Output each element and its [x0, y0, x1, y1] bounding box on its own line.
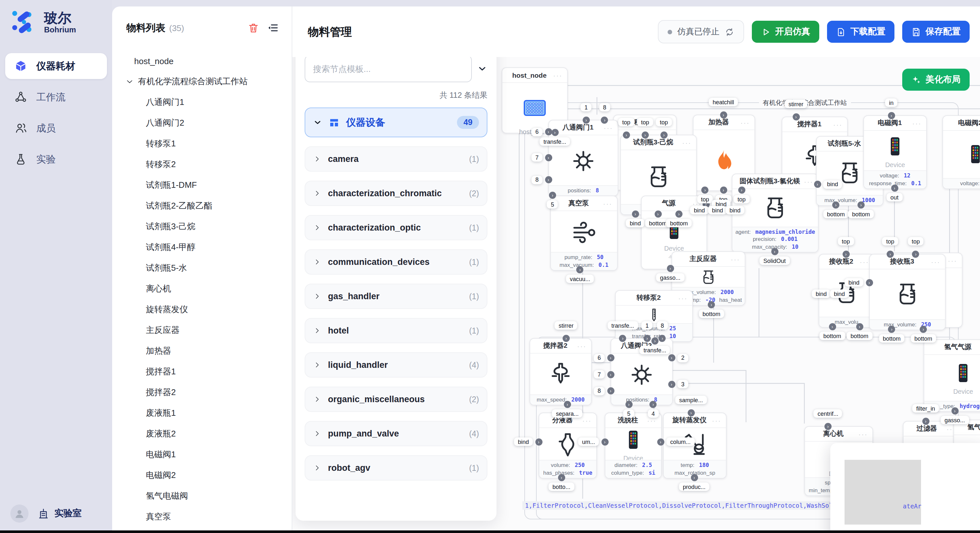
canvas-node[interactable]: 八通阀门1···positions: 8 — [548, 120, 618, 196]
port-label[interactable]: 5 — [547, 200, 558, 209]
port-label[interactable]: heatchill — [709, 98, 738, 106]
port-dot[interactable]: › — [888, 112, 895, 119]
port-label[interactable]: 8 — [594, 387, 605, 395]
tree-item[interactable]: 电磁阀2 — [112, 465, 292, 486]
tree-item[interactable]: 旋转蒸发仪 — [112, 299, 292, 320]
port-label[interactable]: bottom — [823, 210, 849, 218]
tree-item[interactable]: 搅拌器1 — [112, 362, 292, 382]
tree-item[interactable]: 试剂瓶4-甲醇 — [112, 237, 292, 258]
port-dot[interactable]: › — [891, 184, 898, 191]
port-label[interactable]: out — [886, 193, 902, 201]
category-row-organic_miscellaneous[interactable]: organic_miscellaneous(2) — [305, 387, 487, 412]
node-menu[interactable]: ··· — [804, 178, 813, 185]
port-dot[interactable]: › — [657, 438, 664, 445]
node-menu[interactable]: ··· — [647, 417, 657, 424]
port-dot[interactable]: › — [858, 201, 865, 208]
refresh-icon[interactable] — [725, 27, 734, 36]
canvas-node[interactable]: 真空泵···pump_rate: 50max_vacuum: 0.1 — [550, 195, 618, 271]
port-label[interactable]: bind — [845, 278, 863, 287]
port-label[interactable]: bind — [830, 289, 849, 298]
port-label[interactable]: bottom — [879, 334, 905, 343]
port-label[interactable]: 1 — [581, 103, 592, 111]
port-dot[interactable]: › — [660, 131, 668, 138]
port-label[interactable]: in — [885, 98, 897, 107]
node-menu[interactable]: ··· — [678, 294, 688, 301]
port-label[interactable]: bind — [690, 206, 709, 214]
tree-item[interactable]: 搅拌器2 — [112, 382, 292, 403]
port-label[interactable]: bottom — [846, 332, 872, 340]
category-row-characterization_optic[interactable]: characterization_optic(1) — [305, 215, 487, 240]
port-label[interactable]: top — [882, 237, 898, 246]
tree-item[interactable]: 废液瓶1 — [112, 403, 292, 424]
port-label[interactable]: bind — [514, 438, 533, 446]
port-label[interactable]: filter_in — [912, 404, 939, 412]
port-dot[interactable]: › — [887, 250, 894, 257]
port-dot[interactable]: › — [623, 131, 630, 138]
canvas-node[interactable]: 转移泵2···max_volume: 25transfer_rate: 10 — [615, 290, 693, 342]
port-label[interactable]: bottom — [848, 210, 874, 218]
port-dot[interactable]: › — [545, 154, 552, 161]
node-menu[interactable]: ··· — [912, 119, 922, 127]
port-label[interactable]: gasso... — [940, 416, 969, 424]
sidebar-item-workflow[interactable]: 工作流 — [5, 84, 107, 110]
canvas-node[interactable]: 洗脱柱···Devicediameter: 2.5column_type: si — [605, 412, 662, 479]
port-label[interactable]: bind — [708, 206, 727, 214]
port-dot[interactable]: › — [920, 325, 927, 333]
tree-root-node[interactable]: host_node — [112, 51, 292, 71]
tree-item[interactable]: 离心机 — [112, 279, 292, 299]
port-dot[interactable]: › — [720, 111, 727, 118]
canvas-node[interactable]: 接收瓶3···max_volume: 250 — [869, 254, 946, 330]
port-label[interactable]: transfe... — [640, 346, 670, 354]
port-dot[interactable]: › — [771, 248, 778, 255]
canvas-node[interactable]: 氢气气源···Device_type: hydrogen — [924, 339, 980, 412]
port-label[interactable]: 2 — [677, 354, 688, 362]
category-row-camera[interactable]: camera(1) — [305, 146, 487, 171]
port-dot[interactable]: › — [563, 335, 570, 342]
port-label[interactable]: 1 — [642, 321, 653, 330]
canvas-node[interactable]: 电磁阀2···voltage: 12 — [942, 115, 980, 189]
tree-item[interactable]: 八通阀门1 — [112, 92, 292, 113]
sidebar-item-experiments[interactable]: 实验 — [5, 146, 107, 172]
tree-item[interactable]: 试剂瓶5-水 — [112, 258, 292, 279]
chevron-down-icon[interactable] — [125, 77, 134, 86]
port-dot[interactable]: › — [738, 186, 745, 194]
port-label[interactable]: sample... — [675, 396, 707, 404]
avatar[interactable] — [10, 504, 29, 523]
port-dot[interactable]: › — [690, 474, 698, 481]
tree-item[interactable]: 试剂瓶1-DMF — [112, 175, 292, 195]
port-dot[interactable]: › — [545, 128, 552, 135]
node-menu[interactable]: ··· — [553, 71, 563, 79]
port-label[interactable]: transfe... — [539, 137, 570, 146]
category-group-instruments[interactable]: 仪器设备 49 — [305, 108, 487, 137]
category-row-communication_devices[interactable]: communication_devices(1) — [305, 249, 487, 274]
port-label[interactable]: top — [656, 118, 672, 126]
download-config-button[interactable]: 下载配置 — [827, 21, 894, 43]
port-label[interactable]: centrif... — [814, 409, 842, 418]
port-label[interactable]: top — [838, 237, 854, 246]
beautify-layout-button[interactable]: 美化布局 — [902, 69, 970, 90]
category-row-characterization_chromatic[interactable]: characterization_chromatic(2) — [305, 181, 487, 206]
tree-item[interactable]: 八通阀门2 — [112, 113, 292, 133]
port-label[interactable]: 4 — [648, 409, 659, 418]
port-label[interactable]: bottom — [911, 334, 936, 343]
node-menu[interactable]: ··· — [603, 200, 612, 207]
tree-item[interactable]: 氢气电磁阀 — [112, 486, 292, 506]
tree-item[interactable]: 废液瓶2 — [112, 424, 292, 444]
port-label[interactable]: um... — [578, 438, 599, 446]
port-label[interactable]: SolidOut — [759, 257, 789, 265]
save-config-button[interactable]: 保存配置 — [902, 21, 970, 43]
category-row-gas_handler[interactable]: gas_handler(1) — [305, 284, 487, 309]
port-label[interactable]: colum... — [666, 438, 695, 446]
port-label[interactable]: produc... — [679, 482, 710, 491]
port-dot[interactable]: › — [951, 407, 958, 414]
port-label[interactable]: top — [908, 237, 924, 246]
port-dot[interactable]: › — [865, 279, 873, 286]
port-dot[interactable]: › — [558, 474, 565, 481]
node-menu[interactable]: ··· — [577, 342, 587, 349]
node-menu[interactable]: ··· — [860, 258, 869, 265]
category-row-hotel[interactable]: hotel(1) — [305, 318, 487, 343]
canvas-node[interactable]: 电磁阀1···Devicevoltage: 12response_time: 0… — [863, 115, 927, 189]
port-label[interactable]: bind — [812, 289, 830, 298]
port-label[interactable]: 6 — [594, 354, 605, 362]
node-menu[interactable]: ··· — [931, 258, 940, 265]
